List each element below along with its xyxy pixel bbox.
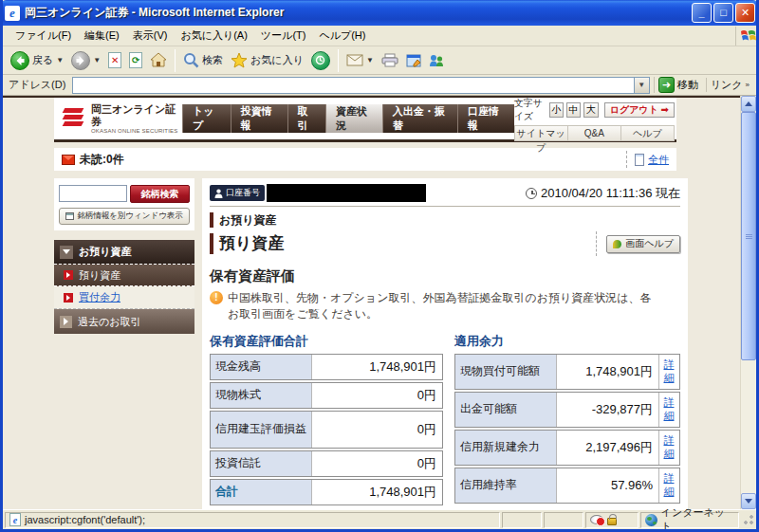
screen-help-button[interactable]: 画面ヘルプ xyxy=(606,235,680,253)
scrollbar-track[interactable] xyxy=(741,112,756,493)
message-bar: 未読:0件 全件 xyxy=(54,148,676,171)
sidebar-item-past-transactions[interactable]: 過去のお取引 xyxy=(54,309,194,334)
font-size-medium-button[interactable]: 中 xyxy=(566,102,581,118)
stock-search-button[interactable]: 銘柄検索 xyxy=(130,185,190,203)
nav-tab-investment-info[interactable]: 投資情報 xyxy=(231,104,287,133)
menu-help[interactable]: ヘルプ(H) xyxy=(312,26,372,46)
row-value: -329,877円 xyxy=(556,393,658,427)
print-icon xyxy=(381,53,398,67)
font-size-large-button[interactable]: 大 xyxy=(583,102,598,118)
scrollbar-thumb[interactable] xyxy=(741,112,756,360)
stock-info-popup-button[interactable]: 銘柄情報を別ウィンドウ表示 xyxy=(59,208,190,225)
stock-search-panel: 銘柄検索 銘柄情報を別ウィンドウ表示 xyxy=(54,178,194,230)
messenger-button[interactable] xyxy=(425,51,448,69)
ie-page-icon: e xyxy=(9,513,21,526)
row-label: 出金可能額 xyxy=(455,393,556,427)
table-row: 現物株式 0円 xyxy=(210,382,443,409)
vertical-scrollbar[interactable] xyxy=(740,96,756,509)
notice-text: 中国株取引、先物・オプション取引、外国為替証拠金取引のお預り資産状況は、各お取引… xyxy=(228,290,654,323)
edit-icon xyxy=(406,54,421,67)
sidebar-item-deposit-assets-header[interactable]: お預り資産 xyxy=(54,240,194,265)
nav-tab-top[interactable]: トップ xyxy=(182,104,231,133)
document-icon xyxy=(635,154,644,166)
sidebar-item-buying-power[interactable]: 買付余力 xyxy=(54,286,194,309)
address-field: ▼ xyxy=(72,77,649,94)
maximize-button[interactable]: □ xyxy=(713,3,733,23)
qa-link[interactable]: Q&A xyxy=(567,126,620,140)
nav-tab-transfer[interactable]: 入出金・振替 xyxy=(382,104,457,133)
sidebar-item-deposit-assets[interactable]: 預り資産 xyxy=(54,265,194,286)
minimize-button[interactable]: _ xyxy=(692,3,712,23)
favorites-button[interactable]: お気に入り xyxy=(227,50,307,70)
close-button[interactable]: ✕ xyxy=(735,3,755,23)
favorites-star-icon xyxy=(231,52,248,68)
valuation-heading: 保有資産評価 xyxy=(210,267,680,285)
mail-icon xyxy=(346,54,363,66)
row-value: 1,748,901円 xyxy=(311,480,442,504)
links-button[interactable]: リンク» xyxy=(706,78,753,92)
summary-table-title: 保有資産評価合計 xyxy=(210,333,443,350)
table-row: 信用建玉評価損益 0円 xyxy=(210,411,443,449)
print-button[interactable] xyxy=(378,51,402,69)
detail-link[interactable]: 詳細 xyxy=(664,396,676,423)
sitemap-link[interactable]: サイトマップ xyxy=(515,126,567,140)
stock-search-input[interactable] xyxy=(59,185,127,202)
privacy-report-icon[interactable] xyxy=(590,515,603,524)
ie-app-icon: e xyxy=(5,6,20,21)
address-label: アドレス(D) xyxy=(6,78,68,92)
margin-table: 適用余力 現物買付可能額 1,748,901円 詳細 出金可能額 -329,87… xyxy=(454,333,680,507)
row-label: 合計 xyxy=(211,480,311,504)
scroll-up-button[interactable] xyxy=(741,96,756,112)
refresh-button[interactable]: ⟳ xyxy=(125,50,146,70)
font-size-small-button[interactable]: 小 xyxy=(549,102,564,118)
all-messages-link[interactable]: 全件 xyxy=(648,153,669,167)
menu-tools[interactable]: ツール(T) xyxy=(254,26,313,46)
search-button[interactable]: 検索 xyxy=(179,50,227,70)
detail-link[interactable]: 詳細 xyxy=(664,358,676,385)
back-button[interactable]: 戻る▼ xyxy=(7,49,67,72)
table-row: 信用維持率 57.96% 詳細 xyxy=(454,468,680,504)
menu-edit[interactable]: 編集(E) xyxy=(78,26,126,46)
breadcrumb: お預り資産 xyxy=(210,212,680,228)
brand-name: 岡三オンライン証券 xyxy=(91,103,182,128)
logout-button[interactable]: ログアウト ➡ xyxy=(604,102,675,118)
row-value: 0円 xyxy=(311,412,442,448)
nav-tab-trading[interactable]: 取引 xyxy=(287,104,325,133)
address-dropdown-button[interactable]: ▼ xyxy=(634,78,649,93)
internet-globe-icon xyxy=(645,514,657,526)
notice: ! 中国株取引、先物・オプション取引、外国為替証拠金取引のお預り資産状況は、各お… xyxy=(210,290,654,323)
nav-tab-asset-status[interactable]: 資産状況 xyxy=(325,104,382,133)
utility-area: 文字サイズ 小 中 大 ログアウト ➡ サイトマップ Q&A ヘルプ xyxy=(514,98,676,139)
page-title: 預り資産 xyxy=(210,233,284,254)
brand-logo[interactable]: 岡三オンライン証券 OKASAN ONLINE SECURITIES xyxy=(54,98,182,139)
forward-button[interactable]: ▼ xyxy=(67,49,104,72)
resize-grip[interactable] xyxy=(743,514,754,525)
home-button[interactable] xyxy=(146,50,171,70)
status-message-panel: e javascript:cgfont('default'); xyxy=(5,512,500,528)
page-canvas: 岡三オンライン証券 OKASAN ONLINE SECURITIES トップ 投… xyxy=(3,96,740,509)
popup-window-icon xyxy=(65,212,74,220)
help-link[interactable]: ヘルプ xyxy=(620,126,674,140)
user-icon xyxy=(214,189,223,198)
account-number-tag: 口座番号 xyxy=(210,185,265,201)
clock-icon xyxy=(526,188,537,199)
edit-button[interactable] xyxy=(402,52,425,69)
chevron-down-icon xyxy=(60,246,73,259)
go-button[interactable]: ➜ 移動 xyxy=(654,77,702,93)
detail-link[interactable]: 詳細 xyxy=(664,434,676,461)
chevron-right-icon xyxy=(60,316,72,328)
menu-file[interactable]: ファイル(F) xyxy=(9,26,78,46)
menu-favorites[interactable]: お気に入り(A) xyxy=(174,26,253,46)
address-input[interactable] xyxy=(73,78,633,93)
detail-link[interactable]: 詳細 xyxy=(664,472,676,499)
row-value: 0円 xyxy=(311,383,442,408)
row-value: 0円 xyxy=(311,451,442,476)
scroll-down-button[interactable] xyxy=(741,493,756,509)
row-label: 信用新規建余力 xyxy=(455,431,556,465)
stop-button[interactable]: ✕ xyxy=(104,50,125,70)
nav-tab-account-info[interactable]: 口座情報 xyxy=(457,104,514,133)
mail-button[interactable]: ▼ xyxy=(342,52,378,68)
menu-view[interactable]: 表示(V) xyxy=(126,26,175,46)
history-button[interactable] xyxy=(307,49,334,72)
row-value: 2,197,496円 xyxy=(556,431,658,465)
